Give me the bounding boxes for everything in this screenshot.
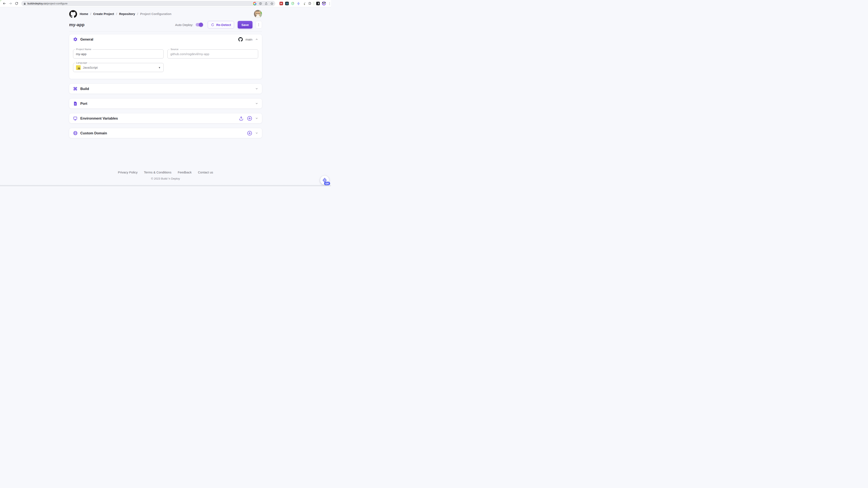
project-name-input[interactable] [76, 52, 161, 56]
footer: Privacy Policy Terms & Conditions Feedba… [0, 171, 331, 180]
footer-link-feedback[interactable]: Feedback [178, 171, 192, 174]
section-env-title: Environment Variables [81, 116, 118, 120]
source-field[interactable]: Source [167, 50, 258, 59]
language-label: Language [75, 61, 88, 64]
section-env-header[interactable]: Environment Variables [69, 113, 262, 123]
source-input[interactable] [170, 52, 255, 56]
chevron-down-icon[interactable] [255, 117, 258, 120]
profile-avatar[interactable] [322, 1, 326, 5]
document-icon [73, 101, 78, 106]
browser-toolbar: buildndeploy.co/project-configure [0, 0, 331, 7]
section-domain-title: Custom Domain [81, 131, 107, 135]
card-env: Environment Variables [69, 113, 262, 123]
footer-link-privacy[interactable]: Privacy Policy [118, 171, 137, 174]
user-avatar[interactable] [254, 10, 262, 18]
breadcrumb: Home / Create Project / Repository / Pro… [80, 12, 172, 16]
section-port-title: Port [81, 102, 87, 106]
upload-icon [239, 116, 244, 121]
extension-eyedropper-icon[interactable] [302, 2, 306, 5]
github-branch-icon [238, 37, 243, 41]
branch-name: main [246, 38, 252, 41]
globe-icon [73, 131, 78, 136]
widget-off-badge[interactable]: Off [324, 182, 330, 185]
app-logo-github-icon[interactable] [69, 10, 77, 18]
extension-gem-icon[interactable] [297, 2, 300, 5]
page: Home / Create Project / Repository / Pro… [0, 7, 331, 186]
section-port-header[interactable]: Port [69, 99, 262, 108]
auto-deploy-label: Auto Deploy: [175, 23, 193, 27]
javascript-icon: JS [76, 65, 81, 70]
dropdown-caret-icon[interactable]: ▼ [158, 66, 161, 69]
forward-icon[interactable] [9, 2, 12, 5]
language-value: JavaScript [83, 66, 98, 69]
redetect-button[interactable]: Re-Detect [208, 21, 234, 29]
more-options-button[interactable]: ⋮ [256, 21, 262, 29]
monitor-icon [73, 116, 78, 121]
bookmark-star-icon[interactable] [270, 2, 274, 5]
auto-deploy-toggle[interactable] [196, 23, 203, 27]
back-icon[interactable] [3, 2, 6, 5]
project-name-label: Project Name [75, 48, 92, 51]
breadcrumb-home[interactable]: Home [80, 12, 88, 16]
extension-orbit-icon[interactable] [291, 2, 294, 5]
language-select[interactable]: Language JS JavaScript ▼ [73, 63, 164, 72]
command-icon: ⌘ [73, 86, 78, 91]
gear-icon [73, 37, 78, 41]
plus-circle-icon [247, 131, 252, 136]
upload-env-button[interactable] [238, 116, 244, 121]
source-label: Source [169, 48, 180, 51]
extension-react-icon[interactable] [285, 2, 289, 5]
url-text: buildndeploy.co/project-configure [27, 2, 251, 5]
add-domain-button[interactable] [247, 130, 252, 136]
save-button[interactable]: Save [238, 21, 252, 29]
extension-fastforward-icon[interactable] [279, 2, 283, 5]
card-domain: Custom Domain [69, 128, 262, 138]
breadcrumb-repository[interactable]: Repository [119, 12, 135, 16]
project-title: my-app [69, 22, 85, 27]
add-env-button[interactable] [247, 116, 252, 121]
section-build-title: Build [81, 87, 89, 91]
card-build: ⌘ Build [69, 84, 262, 93]
reload-icon[interactable] [15, 2, 19, 5]
floating-extension-widget[interactable]: Off [320, 176, 329, 184]
footer-link-terms[interactable]: Terms & Conditions [144, 171, 172, 174]
card-port: Port [69, 99, 262, 108]
sidepanel-icon[interactable] [316, 2, 320, 5]
section-build-header[interactable]: ⌘ Build [69, 84, 262, 93]
chevron-down-icon[interactable] [255, 87, 258, 90]
url-bar[interactable]: buildndeploy.co/project-configure [21, 1, 275, 6]
bottom-scroll-fade [0, 184, 331, 186]
browser-menu-icon[interactable]: ⋮ [328, 2, 329, 5]
section-general-title: General [81, 37, 93, 41]
breadcrumb-current: Project Configuration [140, 12, 172, 16]
chevron-down-icon[interactable] [255, 132, 258, 135]
refresh-icon [211, 23, 214, 27]
project-name-field[interactable]: Project Name [73, 50, 164, 59]
section-domain-header[interactable]: Custom Domain [69, 128, 262, 138]
google-icon[interactable] [253, 2, 256, 5]
section-general-header[interactable]: General main [69, 34, 262, 44]
copyright: © 2023 Build 'n Deploy [0, 177, 331, 180]
footer-link-contact[interactable]: Contact us [198, 171, 213, 174]
install-icon[interactable] [259, 2, 262, 5]
extensions-puzzle-icon[interactable] [308, 2, 312, 5]
chevron-up-icon[interactable] [255, 38, 258, 41]
toolbar-separator [314, 2, 314, 5]
card-general: General main Project Name Source [69, 34, 262, 79]
breadcrumb-create-project[interactable]: Create Project [93, 12, 114, 16]
chevron-down-icon[interactable] [255, 102, 258, 105]
share-icon[interactable] [265, 2, 268, 5]
lock-icon [24, 2, 26, 5]
plus-circle-icon [247, 116, 252, 121]
